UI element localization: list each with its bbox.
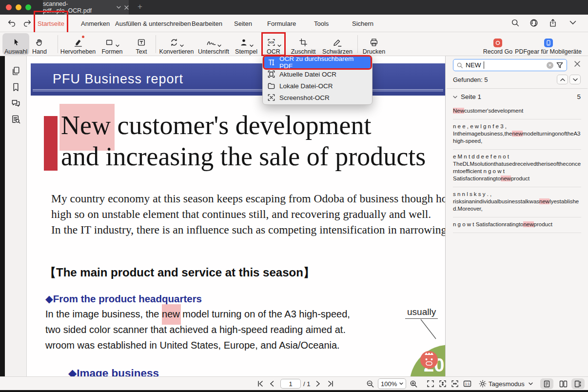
mobile-device-icon <box>544 37 553 47</box>
continuous-scroll-view-button[interactable] <box>571 378 585 389</box>
report-header-title: PFU Business report <box>53 72 183 87</box>
tool-ocr[interactable]: OCR OCR <box>262 33 285 55</box>
page-thumbnails-icon[interactable] <box>11 66 21 76</box>
first-page-button[interactable] <box>257 377 263 391</box>
ocr-icon: OCR <box>266 38 276 47</box>
single-page-view-button[interactable] <box>540 378 553 389</box>
search-icon[interactable] <box>510 18 520 28</box>
pdfgear-mobile-button[interactable]: PDFgear für Mobilgeräte <box>510 33 586 55</box>
support-icon[interactable] <box>529 18 539 28</box>
menu-item-current-file-ocr[interactable]: Aktuelle Datei OCR <box>264 68 371 80</box>
previous-result-button[interactable] <box>557 75 568 84</box>
found-count-label: Gefunden: 5 <box>453 76 488 83</box>
pdf-page[interactable]: PFU Business report New customer's devel… <box>27 56 445 376</box>
pointer-icon <box>11 37 21 47</box>
day-mode-icon <box>479 377 487 391</box>
document-title: New customer's development and increasin… <box>61 110 445 172</box>
left-sidebar <box>5 56 27 376</box>
search-result[interactable]: n g o w t Satisfactionratingtonewproduct <box>453 217 581 233</box>
chevron-down-icon <box>217 44 221 47</box>
menu-startseite[interactable]: Startseite <box>38 15 64 32</box>
menu-bearbeiten[interactable]: Bearbeiten <box>192 15 222 32</box>
redact-marker-icon <box>332 37 343 47</box>
next-page-button[interactable] <box>316 377 320 391</box>
hand-icon <box>35 37 44 47</box>
search-result[interactable]: Newcustomer'sdevelopment <box>453 104 581 119</box>
document-tab[interactable]: scanned-pdf...ple_OCR.pdf <box>43 0 129 15</box>
search-query-text: NEW <box>466 61 481 69</box>
search-result[interactable]: n e e , e w l g n f e 3 , Intheimagebusi… <box>453 119 581 150</box>
search-icon <box>456 62 463 69</box>
close-window-button[interactable] <box>6 4 12 10</box>
tool-drucken[interactable]: Drucken <box>360 33 388 55</box>
filter-icon[interactable] <box>556 61 564 69</box>
tool-stempel[interactable]: Stempel <box>231 33 262 55</box>
new-tab-button[interactable]: + <box>137 2 142 12</box>
tool-formen[interactable]: Formen <box>98 33 126 55</box>
search-results-list: Newcustomer'sdevelopmentn e e , e w l g … <box>453 104 581 233</box>
search-input[interactable]: NEW ✕ <box>453 59 567 71</box>
screen-left-edge <box>0 56 5 376</box>
tab-title: scanned-pdf...ple_OCR.pdf <box>43 0 113 14</box>
undo-icon[interactable] <box>7 19 17 28</box>
view-mode-select[interactable]: Tagesmodus <box>489 377 525 391</box>
fit-page-icon[interactable] <box>427 377 434 391</box>
tool-hand[interactable]: Hand <box>32 33 47 55</box>
bookmarks-icon[interactable] <box>11 82 21 92</box>
toolbar: Auswahl Hand Hervorheben Formen Text <box>0 32 588 56</box>
next-result-button[interactable] <box>569 75 581 84</box>
result-group-header[interactable]: Seite 1 5 <box>453 93 581 100</box>
page-number-input[interactable] <box>280 379 301 389</box>
fit-width-icon[interactable] <box>451 377 459 391</box>
tool-auswahl[interactable]: Auswahl <box>2 33 29 55</box>
actual-size-icon[interactable]: 1:1 <box>463 377 471 391</box>
menu-item-ocr-searchable-pdf[interactable]: OCR zu durchsuchbarem PDF <box>264 57 371 68</box>
menu-tools[interactable]: Tools <box>314 15 329 32</box>
menu-ausfuellen[interactable]: Ausfüllen & unterschreiben <box>115 15 191 32</box>
diamond-bullet: ◆ <box>68 367 77 376</box>
tool-konvertieren[interactable]: Konvertieren <box>156 33 197 55</box>
text-cursor-icon <box>268 59 275 66</box>
menu-formulare[interactable]: Formulare <box>267 15 296 32</box>
comments-icon[interactable] <box>11 98 21 108</box>
section-heading: 【The main product and service at this se… <box>44 265 315 280</box>
collapse-toolbar-chevron-icon[interactable] <box>569 20 576 25</box>
tool-text[interactable]: Text <box>130 33 153 55</box>
svg-text:1:1: 1:1 <box>465 382 470 386</box>
document-search-icon[interactable] <box>11 114 21 124</box>
diamond-bullet: ◆ <box>45 293 53 305</box>
search-panel: NEW ✕ Gefunden: 5 Seite 1 5 Newcustomer'… <box>445 56 588 376</box>
clear-search-icon[interactable]: ✕ <box>547 62 553 69</box>
menubar: Startseite Anmerken Ausfüllen & untersch… <box>0 15 588 32</box>
two-page-view-button[interactable] <box>557 378 570 389</box>
group-count: 5 <box>577 93 581 100</box>
subsection-product-headquarters: ◆From the product headquarters <box>45 293 202 305</box>
pie-callout-line <box>417 316 441 341</box>
menu-sichern[interactable]: Sichern <box>352 15 373 32</box>
close-panel-icon[interactable] <box>574 60 581 67</box>
search-result[interactable]: e M n t d d e e f e n o t TheDLMsolution… <box>453 150 581 187</box>
last-page-button[interactable] <box>328 377 334 391</box>
previous-page-button[interactable] <box>270 377 274 391</box>
menu-item-screenshot-ocr[interactable]: Screenshot-OCR <box>264 92 371 103</box>
tool-zuschnitt[interactable]: Zuschnitt <box>287 33 319 55</box>
menu-seiten[interactable]: Seiten <box>234 15 252 32</box>
titlebar: scanned-pdf...ple_OCR.pdf + <box>0 0 588 15</box>
tab-close-icon[interactable] <box>124 5 129 10</box>
share-icon[interactable] <box>548 18 558 28</box>
zoom-level-select[interactable]: 100% <box>378 378 406 389</box>
search-result[interactable]: s n n l s k s y . , risksinanindividualb… <box>453 187 581 217</box>
chevron-down-icon[interactable] <box>529 377 533 391</box>
minimize-window-button[interactable] <box>16 4 21 10</box>
redo-icon[interactable] <box>22 19 32 28</box>
tool-schwaerzen[interactable]: Schwärzen <box>319 33 355 55</box>
fit-height-icon[interactable] <box>439 377 447 391</box>
zoom-in-icon[interactable] <box>410 377 418 391</box>
tool-hervorheben[interactable]: Hervorheben <box>56 33 100 55</box>
zoom-window-button[interactable] <box>25 4 31 10</box>
tool-unterschrift[interactable]: Unterschrift <box>193 33 235 55</box>
menu-item-local-file-ocr[interactable]: Lokale Datei-OCR <box>264 80 371 92</box>
menu-anmerken[interactable]: Anmerken <box>81 15 110 32</box>
zoom-out-icon[interactable] <box>366 377 374 391</box>
tab-chevron-down-icon[interactable] <box>117 6 121 9</box>
